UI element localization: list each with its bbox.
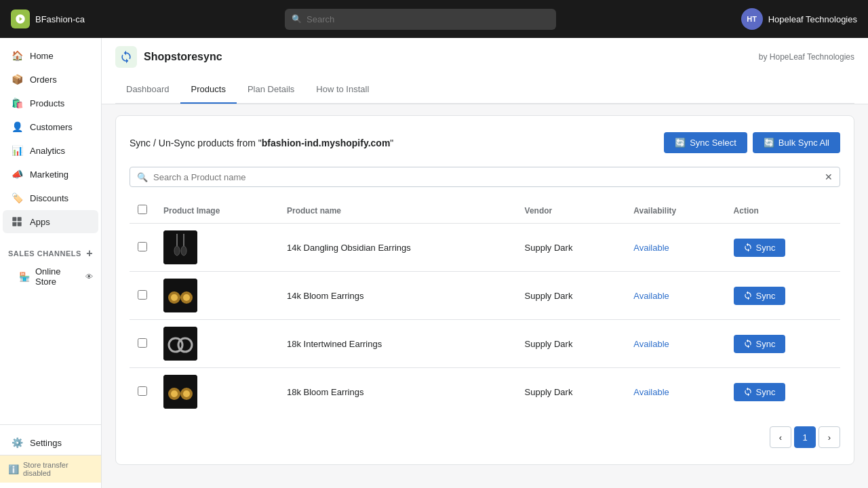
add-channel-icon[interactable]: +: [86, 247, 93, 260]
row-checkbox-cell: [130, 368, 155, 416]
sidebar-item-online-store[interactable]: 🏪 Online Store 👁: [0, 262, 101, 291]
sidebar-item-label: Home: [30, 51, 54, 61]
sync-row-button[interactable]: Sync: [734, 239, 785, 257]
product-image: [163, 375, 197, 409]
row-checkbox-cell: [130, 320, 155, 368]
svg-rect-17: [163, 375, 197, 409]
table-row: 14k Dangling Obsidian Earrings Supply Da…: [130, 224, 840, 272]
row-checkbox[interactable]: [138, 386, 147, 396]
sync-icon: 🔄: [675, 138, 686, 148]
table-row: 14k Bloom Earrings Supply Dark Available…: [130, 272, 840, 320]
row-checkbox-cell: [130, 224, 155, 272]
sidebar-item-customers[interactable]: 👤 Customers: [3, 115, 98, 138]
svg-rect-2: [12, 222, 16, 226]
product-search-bar: 🔍 ✕: [130, 167, 840, 187]
sync-row-button[interactable]: Sync: [734, 335, 785, 353]
bulk-sync-button[interactable]: 🔄 Bulk Sync All: [753, 132, 840, 153]
main-content: Shopstoresync by HopeLeaf Technologies D…: [102, 38, 868, 488]
product-image: [163, 230, 197, 264]
availability-cell: Available: [625, 368, 725, 416]
pagination: ‹ 1 ›: [130, 426, 840, 448]
product-name: 18k Bloom Earrings: [287, 387, 363, 397]
sidebar-item-label: Marketing: [30, 169, 68, 180]
svg-rect-0: [12, 217, 16, 221]
tab-how-to-install[interactable]: How to Install: [305, 76, 380, 104]
sidebar-item-orders[interactable]: 📦 Orders: [3, 68, 98, 91]
search-icon: 🔍: [292, 14, 302, 24]
products-table: Product Image Product name Vendor Availa…: [130, 198, 840, 415]
product-image-cell: [155, 368, 279, 416]
sidebar-item-apps[interactable]: Apps: [3, 210, 98, 233]
sidebar-item-discounts[interactable]: 🏷️ Discounts: [3, 186, 98, 209]
product-image: [163, 279, 197, 312]
row-checkbox[interactable]: [138, 338, 147, 348]
product-search-input[interactable]: [153, 172, 819, 182]
user-name: Hopeleaf Technologies: [768, 14, 857, 24]
product-name-cell: 14k Bloom Earrings: [279, 272, 517, 320]
store-logo[interactable]: BFashion-ca: [11, 9, 106, 28]
product-name: 14k Bloom Earrings: [287, 291, 363, 301]
search-input[interactable]: [285, 9, 556, 30]
vendor-cell: Supply Dark: [517, 320, 626, 368]
tab-plan-details[interactable]: Plan Details: [237, 76, 305, 104]
row-checkbox-cell: [130, 272, 155, 320]
search-container: 🔍: [285, 9, 556, 30]
search-bar-icon: 🔍: [137, 172, 148, 182]
app-page: Sync / Un-Sync products from "bfashion-i…: [102, 104, 868, 476]
sync-buttons: 🔄 Sync Select 🔄 Bulk Sync All: [664, 132, 840, 153]
sidebar-item-products[interactable]: 🛍️ Products: [3, 92, 98, 115]
action-cell: Sync: [726, 368, 840, 416]
search-clear-icon[interactable]: ✕: [825, 171, 833, 182]
tab-dashboard[interactable]: Dashboard: [115, 76, 180, 104]
availability-cell: Available: [625, 272, 725, 320]
vendor-cell: Supply Dark: [517, 272, 626, 320]
svg-rect-3: [18, 222, 22, 226]
sidebar-item-marketing[interactable]: 📣 Marketing: [3, 163, 98, 186]
vendor: Supply Dark: [525, 387, 573, 397]
svg-point-6: [174, 246, 180, 256]
availability-cell: Available: [625, 320, 725, 368]
col-action: Action: [726, 198, 840, 224]
store-name: BFashion-ca: [35, 14, 85, 24]
sync-select-button[interactable]: 🔄 Sync Select: [664, 132, 747, 153]
select-all-checkbox[interactable]: [138, 205, 147, 214]
col-vendor: Vendor: [517, 198, 626, 224]
app-header-left: Shopstoresync: [115, 46, 222, 68]
availability-badge: Available: [633, 243, 669, 253]
page-1-button[interactable]: 1: [794, 426, 816, 448]
product-image-cell: [155, 320, 279, 368]
sidebar-nav: 🏠 Home 📦 Orders 🛍️ Products 👤 Customers …: [0, 38, 101, 239]
store-transfer-label: Store transfer disabled: [23, 461, 93, 477]
product-name-cell: 18k Intertwined Earrings: [279, 320, 517, 368]
sidebar-item-settings[interactable]: ⚙️ Settings: [3, 431, 98, 454]
topbar: BFashion-ca 🔍 HT Hopeleaf Technologies: [0, 0, 868, 38]
sidebar-item-analytics[interactable]: 📊 Analytics: [3, 139, 98, 162]
orders-icon: 📦: [11, 73, 23, 85]
prev-page-button[interactable]: ‹: [770, 426, 791, 448]
sync-row-button[interactable]: Sync: [734, 287, 785, 305]
svg-rect-1: [18, 217, 22, 221]
sidebar-item-home[interactable]: 🏠 Home: [3, 44, 98, 67]
svg-rect-4: [163, 230, 197, 264]
col-availability: Availability: [625, 198, 725, 224]
svg-point-21: [183, 390, 190, 397]
vendor-cell: Supply Dark: [517, 224, 626, 272]
info-icon: ℹ️: [8, 464, 19, 474]
discounts-icon: 🏷️: [11, 192, 23, 204]
product-image-cell: [155, 224, 279, 272]
row-checkbox[interactable]: [138, 242, 147, 251]
action-cell: Sync: [726, 272, 840, 320]
store-transfer-banner: ℹ️ Store transfer disabled: [0, 455, 101, 483]
col-product-name: Product name: [279, 198, 517, 224]
action-cell: Sync: [726, 224, 840, 272]
next-page-button[interactable]: ›: [818, 426, 840, 448]
row-checkbox[interactable]: [138, 290, 147, 300]
product-name: 14k Dangling Obsidian Earrings: [287, 243, 411, 253]
tabs: Dashboard Products Plan Details How to I…: [102, 76, 868, 104]
sidebar-item-label: Analytics: [30, 146, 65, 156]
app-title: Shopstoresync: [144, 51, 222, 63]
online-store-icon: 🏪: [19, 272, 30, 282]
store-icon: [11, 9, 30, 28]
sync-row-button[interactable]: Sync: [734, 383, 785, 401]
tab-products[interactable]: Products: [180, 76, 237, 104]
